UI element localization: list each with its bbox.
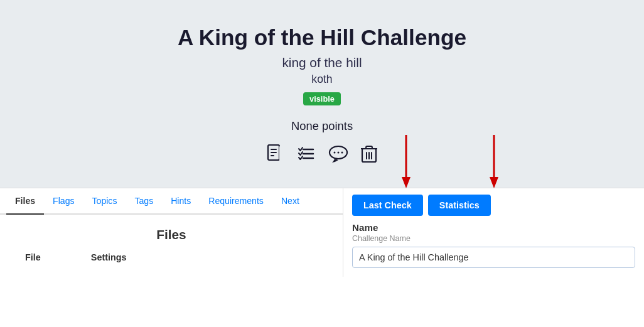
svg-rect-3 [271, 155, 274, 156]
document-icon[interactable] [267, 144, 284, 169]
action-icons [13, 144, 631, 169]
settings-col-header: Settings [91, 252, 127, 262]
svg-rect-4 [279, 146, 283, 160]
visible-badge: visible [303, 92, 341, 105]
challenge-tag: koth [13, 73, 631, 86]
last-check-button[interactable]: Last Check [352, 195, 423, 216]
files-columns: File Settings [19, 252, 324, 262]
svg-point-9 [334, 152, 336, 154]
left-panel: Files Flags Topics Tags Hints Requiremen… [0, 188, 343, 277]
right-panel: Last Check Statistics Name Challenge Nam… [343, 188, 644, 277]
right-buttons-bar: Last Check Statistics [343, 188, 644, 222]
tab-next[interactable]: Next [272, 188, 308, 215]
comment-icon[interactable] [328, 144, 348, 169]
tab-hints[interactable]: Hints [162, 188, 200, 215]
files-section: Files File Settings [0, 215, 343, 275]
challenge-subtitle: king of the hill [13, 55, 631, 70]
tab-flags[interactable]: Flags [44, 188, 83, 215]
bottom-section: Files Flags Topics Tags Hints Requiremen… [0, 188, 644, 277]
list-icon[interactable] [297, 144, 316, 169]
svg-rect-1 [271, 149, 277, 150]
svg-point-10 [338, 152, 340, 154]
challenge-name-input[interactable] [352, 247, 635, 268]
tab-files[interactable]: Files [6, 188, 44, 215]
svg-rect-2 [271, 152, 277, 153]
tab-tags[interactable]: Tags [126, 188, 162, 215]
files-title: Files [19, 227, 324, 242]
svg-rect-14 [366, 146, 372, 149]
form-name-sublabel: Challenge Name [352, 234, 635, 243]
trash-icon[interactable] [361, 144, 377, 169]
svg-point-11 [341, 152, 343, 154]
form-section: Name Challenge Name [343, 222, 644, 277]
statistics-button[interactable]: Statistics [428, 195, 491, 216]
tab-topics[interactable]: Topics [83, 188, 126, 215]
form-name-label: Name [352, 222, 635, 233]
file-col-header: File [25, 252, 41, 262]
header-section: A King of the Hill Challenge king of the… [0, 0, 644, 188]
tabs-bar: Files Flags Topics Tags Hints Requiremen… [0, 188, 343, 215]
challenge-title: A King of the Hill Challenge [13, 25, 631, 50]
tab-requirements[interactable]: Requirements [200, 188, 272, 215]
points-text: None points [13, 119, 631, 133]
